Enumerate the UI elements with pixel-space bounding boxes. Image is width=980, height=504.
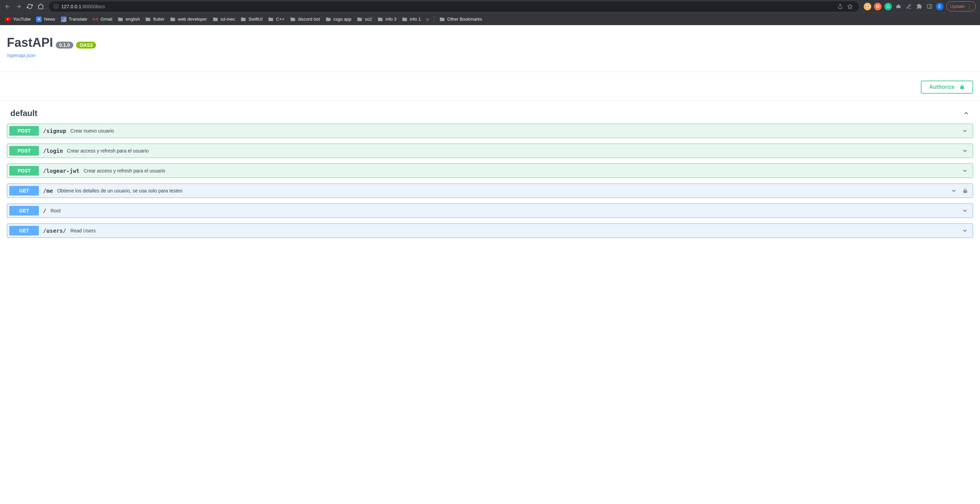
operation-block[interactable]: POST/loginCrear access y refresh para el…: [7, 144, 973, 158]
extension-icon[interactable]: 👀: [864, 3, 871, 10]
auth-section: Authorize: [7, 72, 973, 100]
folder-icon: [240, 16, 246, 22]
folder-icon: [145, 16, 151, 22]
reload-button[interactable]: [25, 2, 34, 11]
endpoint-path: /: [43, 207, 46, 214]
version-badge: 0.1.0: [56, 41, 73, 49]
operations-list: POST/signupCrear nuevo usuarioPOST/login…: [7, 124, 973, 245]
extension-icon[interactable]: [895, 3, 902, 10]
url-text: 127.0.0.1:8000/docs: [61, 4, 835, 9]
lock-open-icon: [959, 85, 965, 90]
method-badge: POST: [9, 146, 39, 156]
address-bar[interactable]: ⓘ 127.0.0.1:8000/docs: [49, 2, 859, 12]
folder-icon: [170, 16, 175, 22]
chevron-down-icon: [951, 188, 957, 194]
forward-button[interactable]: [14, 2, 24, 11]
bookmark-label: so2: [365, 16, 372, 22]
endpoint-summary: Crear nuevo usuario: [70, 128, 962, 134]
bookmark-label: Translate: [69, 16, 88, 22]
browser-toolbar: ⓘ 127.0.0.1:8000/docs 👀 M G E Update ⋮: [0, 0, 980, 13]
endpoint-path: /users/: [43, 228, 66, 234]
endpoint-path: /logear-jwt: [43, 167, 80, 174]
endpoint-path: /signup: [43, 128, 66, 134]
gtranslate-icon: [61, 16, 67, 22]
back-button[interactable]: [3, 2, 13, 11]
bookmark-label: info 3: [385, 16, 396, 22]
endpoint-path: /login: [43, 148, 63, 154]
method-badge: GET: [9, 206, 39, 215]
bookmark-star-icon[interactable]: [847, 4, 854, 9]
swagger-container: FastAPI 0.1.0 OAS3 /openapi.json Authori…: [0, 25, 980, 255]
bookmark-label: csgo app: [333, 16, 352, 22]
authorize-button[interactable]: Authorize: [921, 81, 973, 94]
operation-block[interactable]: GET/meObtiene los detalles de un usuario…: [7, 183, 973, 198]
tag-name: default: [10, 108, 38, 118]
toolbar-right: 👀 M G E Update ⋮: [862, 2, 977, 11]
operation-block[interactable]: POST/logear-jwtCrear access y refresh pa…: [7, 164, 973, 178]
folder-icon: [326, 16, 331, 22]
lock-icon: [963, 188, 968, 193]
bookmark-item[interactable]: Translate: [59, 15, 90, 23]
bookmark-item[interactable]: info 3: [375, 15, 399, 23]
folder-icon: [118, 16, 123, 22]
bookmark-item[interactable]: english: [115, 15, 142, 23]
chevron-down-icon: [962, 128, 968, 134]
bookmark-label: english: [126, 16, 140, 22]
method-badge: GET: [9, 186, 39, 196]
bookmark-label: Gmail: [100, 16, 112, 22]
operation-block[interactable]: GET/users/Read Users: [7, 223, 973, 238]
bookmark-item[interactable]: info 1: [399, 15, 423, 23]
bookmark-item[interactable]: web developer: [167, 15, 210, 23]
bookmarks-overflow-icon[interactable]: »: [424, 16, 431, 22]
bookmark-item[interactable]: discord bot: [288, 15, 323, 23]
endpoint-summary: Crear access y refresh para el usuario: [84, 168, 962, 174]
bookmark-item[interactable]: flutter: [143, 15, 167, 23]
svg-marker-0: [848, 4, 852, 9]
bookmark-label: web developer: [178, 16, 207, 22]
operation-block[interactable]: GET/Root: [7, 203, 973, 218]
extensions-icon[interactable]: [915, 3, 923, 10]
bookmark-item[interactable]: sd-mec: [210, 15, 238, 23]
api-header: FastAPI 0.1.0 OAS3: [7, 35, 973, 50]
menu-icon[interactable]: ⋮: [967, 3, 972, 10]
bookmark-item[interactable]: Gmail: [90, 15, 115, 23]
bookmark-label: SwiftUI: [248, 16, 262, 22]
openapi-spec-link[interactable]: /openapi.json: [7, 53, 35, 58]
profile-avatar[interactable]: E: [936, 3, 943, 10]
folder-icon: [439, 16, 445, 22]
bookmark-label: C++: [276, 16, 285, 22]
bookmark-item[interactable]: GNews: [34, 15, 58, 23]
method-badge: POST: [9, 126, 39, 136]
extension-icon[interactable]: [905, 3, 913, 10]
folder-icon: [213, 16, 218, 22]
update-button[interactable]: Update ⋮: [946, 2, 976, 11]
tag-section-header[interactable]: default: [7, 101, 973, 124]
bookmark-label: info 1: [410, 16, 421, 22]
other-bookmarks[interactable]: Other Bookmarks: [437, 15, 485, 23]
bookmark-item[interactable]: SwiftUI: [238, 15, 265, 23]
site-info-icon[interactable]: ⓘ: [54, 3, 59, 10]
home-button[interactable]: [36, 2, 45, 11]
endpoint-summary: Root: [51, 208, 962, 214]
bookmark-label: discord bot: [298, 16, 320, 22]
bookmark-label: News: [44, 16, 56, 22]
youtube-icon: [5, 16, 11, 22]
folder-icon: [357, 16, 362, 22]
bookmark-label: Other Bookmarks: [447, 16, 482, 22]
side-panel-icon[interactable]: [926, 3, 933, 10]
bookmark-item[interactable]: so2: [355, 15, 374, 23]
folder-icon: [290, 16, 296, 22]
share-icon[interactable]: [838, 4, 845, 9]
endpoint-summary: Read Users: [70, 228, 962, 233]
extension-icon[interactable]: G: [885, 3, 892, 10]
bookmark-item[interactable]: csgo app: [323, 15, 354, 23]
chevron-down-icon: [962, 207, 968, 214]
bookmark-item[interactable]: YouTube: [3, 15, 33, 23]
gnews-icon: G: [36, 16, 41, 22]
bookmark-item[interactable]: C++: [266, 15, 287, 23]
chevron-down-icon: [962, 167, 968, 174]
operation-block[interactable]: POST/signupCrear nuevo usuario: [7, 124, 973, 138]
chevron-up-icon: [963, 110, 970, 117]
extension-icon[interactable]: M: [874, 3, 881, 10]
folder-icon: [377, 16, 383, 22]
